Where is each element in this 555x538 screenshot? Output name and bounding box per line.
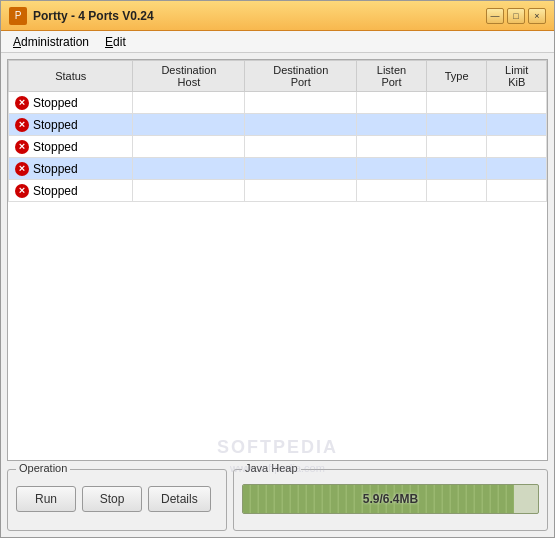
cell-dest-host bbox=[133, 158, 245, 180]
menu-administration[interactable]: Administration bbox=[5, 33, 97, 51]
cell-limit bbox=[487, 114, 547, 136]
window-title: Portty - 4 Ports V0.24 bbox=[33, 9, 486, 23]
cell-type bbox=[426, 158, 487, 180]
cell-status: Stopped bbox=[9, 92, 133, 114]
bottom-panel: Operation Run Stop Details Java Heap 5.9… bbox=[1, 465, 554, 537]
cell-listen-port bbox=[357, 158, 427, 180]
cell-dest-port bbox=[245, 92, 357, 114]
cell-type bbox=[426, 136, 487, 158]
heap-value: 5.9/6.4MB bbox=[363, 492, 418, 506]
col-status: Status bbox=[9, 61, 133, 92]
status-stopped-icon bbox=[15, 162, 29, 176]
title-bar: P Portty - 4 Ports V0.24 — □ × bbox=[1, 1, 554, 31]
table-row[interactable]: Stopped bbox=[9, 180, 547, 202]
cell-limit bbox=[487, 180, 547, 202]
cell-status: Stopped bbox=[9, 136, 133, 158]
main-window: P Portty - 4 Ports V0.24 — □ × Administr… bbox=[0, 0, 555, 538]
main-content: Status DestinationHost DestinationPort L… bbox=[1, 53, 554, 537]
operation-label: Operation bbox=[16, 462, 70, 474]
cell-limit bbox=[487, 158, 547, 180]
status-label: Stopped bbox=[33, 162, 78, 176]
cell-listen-port bbox=[357, 114, 427, 136]
cell-status: Stopped bbox=[9, 114, 133, 136]
cell-type bbox=[426, 180, 487, 202]
cell-dest-host bbox=[133, 114, 245, 136]
col-listen-port: ListenPort bbox=[357, 61, 427, 92]
table-row[interactable]: Stopped bbox=[9, 114, 547, 136]
minimize-button[interactable]: — bbox=[486, 8, 504, 24]
cell-listen-port bbox=[357, 180, 427, 202]
status-label: Stopped bbox=[33, 184, 78, 198]
cell-type bbox=[426, 92, 487, 114]
run-button[interactable]: Run bbox=[16, 486, 76, 512]
heap-bar: 5.9/6.4MB bbox=[242, 484, 539, 514]
java-heap-group: Java Heap 5.9/6.4MB bbox=[233, 469, 548, 531]
col-dest-port: DestinationPort bbox=[245, 61, 357, 92]
details-button[interactable]: Details bbox=[148, 486, 211, 512]
cell-dest-port bbox=[245, 136, 357, 158]
status-label: Stopped bbox=[33, 140, 78, 154]
cell-type bbox=[426, 114, 487, 136]
cell-dest-port bbox=[245, 158, 357, 180]
java-heap-label: Java Heap bbox=[242, 462, 301, 474]
cell-limit bbox=[487, 136, 547, 158]
col-limit: LimitKiB bbox=[487, 61, 547, 92]
table-row[interactable]: Stopped bbox=[9, 158, 547, 180]
col-dest-host: DestinationHost bbox=[133, 61, 245, 92]
operation-group: Operation Run Stop Details bbox=[7, 469, 227, 531]
cell-dest-port bbox=[245, 114, 357, 136]
status-stopped-icon bbox=[15, 118, 29, 132]
ports-table-container: Status DestinationHost DestinationPort L… bbox=[7, 59, 548, 461]
app-icon: P bbox=[9, 7, 27, 25]
ports-table: Status DestinationHost DestinationPort L… bbox=[8, 60, 547, 202]
status-stopped-icon bbox=[15, 184, 29, 198]
cell-listen-port bbox=[357, 92, 427, 114]
maximize-button[interactable]: □ bbox=[507, 8, 525, 24]
menu-bar: Administration Edit bbox=[1, 31, 554, 53]
status-stopped-icon bbox=[15, 140, 29, 154]
cell-limit bbox=[487, 92, 547, 114]
status-stopped-icon bbox=[15, 96, 29, 110]
cell-dest-host bbox=[133, 92, 245, 114]
status-label: Stopped bbox=[33, 118, 78, 132]
cell-dest-host bbox=[133, 180, 245, 202]
table-row[interactable]: Stopped bbox=[9, 136, 547, 158]
stop-button[interactable]: Stop bbox=[82, 486, 142, 512]
col-type: Type bbox=[426, 61, 487, 92]
table-row[interactable]: Stopped bbox=[9, 92, 547, 114]
cell-status: Stopped bbox=[9, 158, 133, 180]
window-controls: — □ × bbox=[486, 8, 546, 24]
cell-listen-port bbox=[357, 136, 427, 158]
menu-edit[interactable]: Edit bbox=[97, 33, 134, 51]
cell-status: Stopped bbox=[9, 180, 133, 202]
cell-dest-port bbox=[245, 180, 357, 202]
cell-dest-host bbox=[133, 136, 245, 158]
close-button[interactable]: × bbox=[528, 8, 546, 24]
status-label: Stopped bbox=[33, 96, 78, 110]
